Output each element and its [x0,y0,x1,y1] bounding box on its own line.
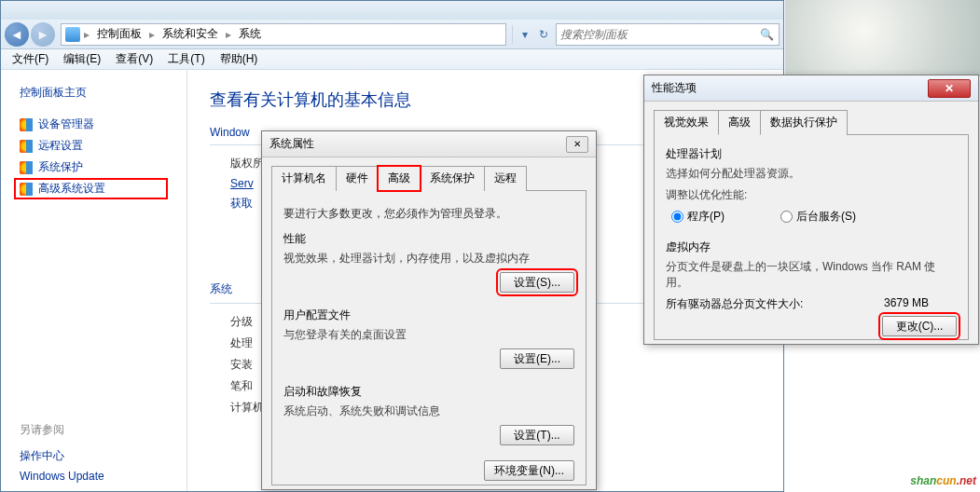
dropdown-icon[interactable]: ▾ [517,25,533,44]
radio-programs-input[interactable] [671,211,683,223]
tab-hardware[interactable]: 硬件 [336,166,379,191]
titlebar [1,1,783,20]
group-profiles-title: 用户配置文件 [283,308,574,323]
tab-strip: 视觉效果 高级 数据执行保护 [654,109,969,135]
menu-help[interactable]: 帮助(H) [213,49,266,69]
processor-scheduling-desc: 选择如何分配处理器资源。 [666,166,957,182]
change-vmem-button[interactable]: 更改(C)... [882,316,957,336]
sidebar-title[interactable]: 控制面板主页 [20,85,168,101]
virtual-memory-title: 虚拟内存 [666,239,957,255]
tab-advanced[interactable]: 高级 [718,110,761,135]
watermark: shancun.net [910,472,976,488]
radio-background-input[interactable] [780,211,793,223]
sidebar-item-label: 高级系统设置 [38,181,105,197]
dialog-title: 性能选项 [652,80,697,96]
menu-edit[interactable]: 编辑(E) [56,49,108,69]
virtual-memory-desc: 分页文件是硬盘上的一块区域，Windows 当作 RAM 使用。 [666,259,957,291]
menu-view[interactable]: 查看(V) [108,49,160,69]
paging-total-label: 所有驱动器总分页文件大小: [666,296,803,312]
computer-icon [65,27,80,42]
paging-total-value: 3679 MB [884,296,929,312]
tab-dep[interactable]: 数据执行保护 [760,110,848,135]
shield-icon [20,140,33,153]
sidebar-item-label: 系统保护 [38,159,83,175]
group-profiles-desc: 与您登录有关的桌面设置 [283,327,574,343]
chevron-right-icon[interactable]: ▸ [224,28,233,41]
dialog-title: 系统属性 [269,136,314,152]
group-startup-title: 启动和故障恢复 [283,384,574,400]
group-startup-desc: 系统启动、系统失败和调试信息 [283,403,574,419]
breadcrumb-item[interactable]: 控制面板 [93,24,145,44]
chevron-right-icon[interactable]: ▸ [147,28,157,41]
desktop-wallpaper [785,0,980,76]
sidebar-item-label: 远程设置 [38,138,83,154]
close-button[interactable]: ✕ [566,136,588,153]
sidebar-item-protection[interactable]: 系统保护 [20,157,168,178]
group-performance-desc: 视觉效果，处理器计划，内存使用，以及虚拟内存 [283,251,574,266]
refresh-icon[interactable]: ↻ [535,25,552,44]
search-icon[interactable]: 🔍 [760,28,775,41]
adjust-label: 调整以优化性能: [666,187,957,203]
search-box[interactable]: 🔍 [556,23,780,46]
sidebar-item-advanced[interactable]: 高级系统设置 [14,178,168,199]
dialog-titlebar[interactable]: 性能选项 ✕ [644,75,978,102]
settings-startup-button[interactable]: 设置(T)... [500,425,574,445]
sidebar-item-device-manager[interactable]: 设备管理器 [20,114,168,135]
see-also-title: 另请参阅 [20,422,104,438]
tab-strip: 计算机名 硬件 高级 系统保护 远程 [271,165,587,191]
shield-icon [20,161,33,174]
radio-background[interactable]: 后台服务(S) [780,209,856,225]
sidebar-item-label: 设备管理器 [38,116,94,132]
shield-icon [20,118,33,131]
tab-computer-name[interactable]: 计算机名 [271,166,337,191]
address-bar: ◄ ► ▸ 控制面板 ▸ 系统和安全 ▸ 系统 ▾ ↻ 🔍 [1,20,783,49]
back-button[interactable]: ◄ [5,22,29,47]
tab-panel-advanced: 要进行大多数更改，您必须作为管理员登录。 性能 视觉效果，处理器计划，内存使用，… [271,191,587,485]
breadcrumb[interactable]: ▸ 控制面板 ▸ 系统和安全 ▸ 系统 [61,23,506,46]
group-performance-title: 性能 [283,231,574,247]
chevron-right-icon[interactable]: ▸ [82,28,91,41]
tab-protection[interactable]: 系统保护 [420,166,485,191]
tab-remote[interactable]: 远程 [484,166,527,191]
performance-options-dialog: 性能选项 ✕ 视觉效果 高级 数据执行保护 处理器计划 选择如何分配处理器资源。… [643,75,979,345]
breadcrumb-item[interactable]: 系统和安全 [159,24,222,44]
menu-file[interactable]: 文件(F) [5,49,56,69]
sidebar-item-remote[interactable]: 远程设置 [20,135,168,157]
settings-performance-button[interactable]: 设置(S)... [500,272,574,293]
search-input[interactable] [560,28,760,41]
radio-programs[interactable]: 程序(P) [671,209,725,225]
admin-warning: 要进行大多数更改，您必须作为管理员登录。 [283,206,574,222]
shield-icon [20,183,33,196]
menu-tools[interactable]: 工具(T) [160,49,212,69]
see-also-action-center[interactable]: 操作中心 [20,445,104,467]
processor-scheduling-title: 处理器计划 [666,146,957,162]
menubar: 文件(F) 编辑(E) 查看(V) 工具(T) 帮助(H) [1,49,783,70]
tab-panel-advanced: 处理器计划 选择如何分配处理器资源。 调整以优化性能: 程序(P) 后台服务(S… [654,135,969,340]
env-vars-button[interactable]: 环境变量(N)... [484,460,574,481]
dialog-titlebar[interactable]: 系统属性 ✕ [262,131,596,157]
tab-advanced[interactable]: 高级 [378,166,421,191]
settings-profiles-button[interactable]: 设置(E)... [500,348,574,369]
sidebar: 控制面板主页 设备管理器 远程设置 系统保护 高级系统设置 另请参阅 操作中心 … [1,70,187,491]
system-properties-dialog: 系统属性 ✕ 计算机名 硬件 高级 系统保护 远程 要进行大多数更改，您必须作为… [261,130,597,490]
see-also-windows-update[interactable]: Windows Update [20,467,104,485]
breadcrumb-item[interactable]: 系统 [235,24,265,44]
tab-visual-effects[interactable]: 视觉效果 [654,110,719,135]
close-button[interactable]: ✕ [928,79,971,98]
forward-button[interactable]: ► [31,22,55,47]
